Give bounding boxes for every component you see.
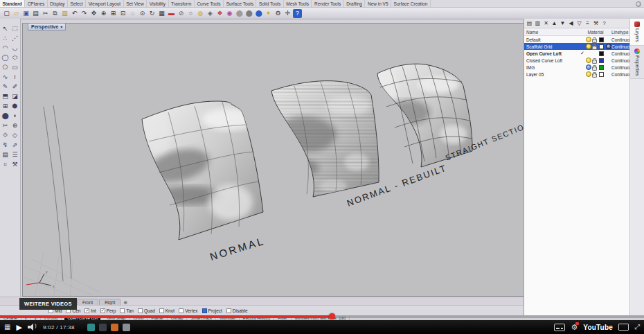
lamp-icon[interactable]: ◍ [196,9,205,18]
lasso-select-icon[interactable]: ◌ [128,9,137,18]
panel-tab-layers[interactable]: Layers [630,19,644,46]
wireframe-sphere-icon[interactable]: ⬤ [235,9,244,18]
hide-objects-icon[interactable]: ⊘ [177,9,186,18]
osnap-int[interactable]: ✓Int [84,308,96,313]
freeform-curve-icon[interactable]: ∿ [1,73,10,82]
surface-grid-icon[interactable]: ⊞ [1,102,10,111]
column-header-linetype[interactable]: Linetype [611,30,629,35]
menu-tab-cplanes[interactable]: CPlanes [25,0,48,7]
select-pointer-icon[interactable]: ↖ [1,24,10,33]
layer-row-scaffold-grid[interactable]: Scaffold Grid Continuous [524,43,629,50]
app-icon-dark[interactable] [99,324,107,331]
collapse-icon[interactable]: ◀ [568,19,574,28]
layer-visibility-toggle[interactable] [585,58,591,63]
cylinder-icon[interactable]: ◗ [10,112,19,121]
layer-row-layer-05[interactable]: Layer 05 Continuous [524,71,629,78]
ellipse-icon[interactable]: ⬭ [10,53,19,62]
youtube-logo[interactable]: YouTube [583,324,613,331]
points-icon[interactable]: ⋰ [10,34,19,43]
app-icon-orange[interactable] [111,324,118,331]
layer-color-swatch[interactable] [598,37,605,42]
delete-icon[interactable]: ▬ [167,9,176,18]
fullscreen-button[interactable]: ⤢ [634,323,640,331]
column-header-material[interactable]: Material [580,30,611,35]
select-window-icon[interactable]: ⬚ [10,24,19,33]
osnap-vertex[interactable]: Vertex [179,308,197,313]
new-file-icon[interactable]: ▢ [2,9,11,18]
surface-corner-icon[interactable]: ◪ [10,92,19,101]
play-button[interactable]: ▶ [16,323,21,332]
subtitles-button[interactable] [554,324,565,331]
arc-icon[interactable]: ◠ [1,44,10,53]
save-icon[interactable]: ▣ [21,9,30,18]
named-cplane-icon[interactable]: ▦ [157,9,166,18]
layer-visibility-toggle[interactable] [585,37,591,42]
hatch-icon[interactable]: ▤ [1,150,10,159]
layer-lock-toggle[interactable] [591,71,598,78]
app-icon-gray[interactable] [123,324,130,331]
shaded-sphere-icon[interactable]: ⬤ [244,9,253,18]
menu-tab-render-tools[interactable]: Render Tools [312,0,343,7]
layer-linetype[interactable]: Continuous [611,58,629,63]
zoom-window-icon[interactable]: ⊞ [109,9,118,18]
sort-icon[interactable]: ≡ [584,19,591,28]
copy-icon[interactable]: ⧉ [51,9,60,18]
layer-visibility-toggle[interactable] [585,71,591,77]
print-icon[interactable]: ▤ [31,9,40,18]
menu-tab-standard[interactable]: Standard [0,0,25,7]
list-icon[interactable]: ☰ [10,150,19,159]
layer-color-swatch[interactable] [598,44,605,49]
menu-tab-visibility[interactable]: Visibility [147,0,168,7]
panel-tab-properties[interactable]: Properties [630,46,644,80]
menu-tab-curve-tools[interactable]: Curve Tools [195,0,224,7]
zoom-extents-icon[interactable]: ⊡ [118,9,127,18]
layer-visibility-toggle[interactable] [585,44,591,49]
zoom-dynamic-icon[interactable]: ⊕ [99,9,108,18]
layer-lock-toggle[interactable] [591,37,598,43]
menu-tab-surface-tools[interactable]: Surface Tools [224,0,256,7]
new-sublayer-icon[interactable]: ▥ [535,19,541,28]
layer-tools-icon[interactable]: ⚒ [593,19,599,28]
selection-filter-icon[interactable]: ⊙ [138,9,147,18]
measure-icon[interactable]: ⚒ [10,160,19,169]
rendered-sphere-icon[interactable]: ⬤ [254,9,263,18]
layer-material[interactable] [605,44,611,49]
solid-box-icon[interactable]: ⬢ [10,102,19,111]
menu-tab-new-in-v5[interactable]: New in V5 [365,0,391,7]
circle-icon[interactable]: ◯ [1,53,10,62]
help-icon[interactable]: ? [601,19,607,28]
osnap-tan[interactable]: Tan [120,308,133,313]
explode-icon[interactable]: ↯ [1,141,10,150]
paste-icon[interactable]: ▥ [60,9,69,18]
osnap-quad[interactable]: Quad [138,308,155,313]
app-icon-teal[interactable] [87,324,95,331]
theater-mode-button[interactable] [618,324,629,331]
video-progress-bar[interactable] [0,315,644,318]
volume-button[interactable]: ) [28,323,37,331]
layer-linetype[interactable]: Continuous [611,65,629,70]
layer-stack-icon[interactable]: ❖ [215,9,224,18]
osnap-project[interactable]: Project [202,308,222,313]
viewport-title-dropdown[interactable]: Perspective ▾ [28,24,66,30]
polyhedron-icon[interactable]: ⟐ [1,131,10,140]
layer-lock-toggle[interactable] [591,64,598,71]
sphere-icon[interactable]: ⬤ [1,112,10,121]
options-gear-icon[interactable]: ⚙ [274,9,283,18]
menu-tab-transform[interactable]: Transform [169,0,195,7]
sketch-icon[interactable]: ✎ [1,82,10,91]
menu-tab-mesh-tools[interactable]: Mesh Tools [284,0,312,7]
color-wheel-icon[interactable]: ◉ [225,9,234,18]
layer-row-open-curve-loft[interactable]: Open Curve Loft ✓ Continuous [524,50,629,57]
pencil-icon[interactable]: ✐ [10,82,19,91]
control-points-icon[interactable]: ∴ [1,34,10,43]
menu-tab-drafting[interactable]: Drafting [344,0,366,7]
layer-color-swatch[interactable] [598,51,605,56]
diamond-icon[interactable]: ◇ [10,131,19,140]
menu-tab-surface-creation[interactable]: Surface Creation [391,0,431,7]
model-normal[interactable]: NORMAL [142,101,266,263]
layer-linetype[interactable]: Continuous [611,72,629,77]
redo-icon[interactable]: ↷ [80,9,89,18]
layer-linetype[interactable]: Continuous [611,51,629,56]
rectangle-icon[interactable]: ▭ [10,63,19,72]
layer-lock-toggle[interactable] [591,58,598,64]
